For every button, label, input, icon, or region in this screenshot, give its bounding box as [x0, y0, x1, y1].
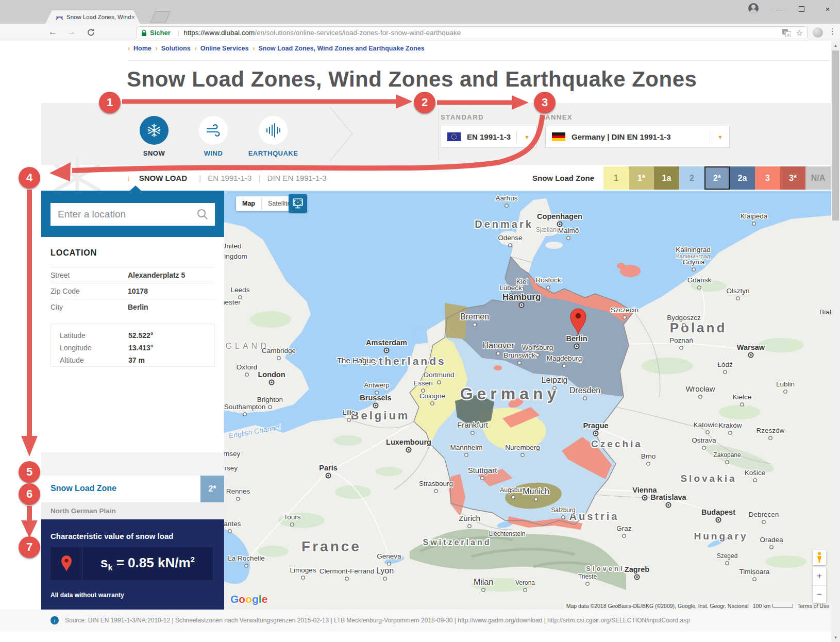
map-label: La Rochelle	[228, 554, 264, 562]
legend-zone-3[interactable]: 3	[755, 166, 780, 190]
hazard-band: SNOW WIND	[41, 103, 831, 165]
map-label: Limoges	[290, 566, 316, 574]
map-label: Aarhus	[496, 194, 518, 202]
page-scrollbar[interactable]: ▲ ▼	[831, 41, 840, 642]
map-label: Essen	[413, 379, 433, 387]
map-canvas: GermanyPolandFranceDenmarkNetherlandsBel…	[224, 191, 831, 610]
map-label: Leipzig	[542, 376, 568, 384]
translate-icon[interactable]: A a	[782, 29, 791, 37]
tab-snow[interactable]: SNOW	[126, 116, 182, 157]
google-logo-letter: G	[230, 593, 239, 605]
legend-zone-1*[interactable]: 1*	[629, 166, 654, 190]
profile-icon[interactable]	[748, 3, 759, 13]
map-city-marker	[481, 477, 484, 480]
map-city-marker	[536, 353, 539, 357]
standard-value: EN 1991-1-3	[467, 132, 511, 141]
new-tab-button[interactable]	[150, 11, 170, 23]
scale-label: 100 km	[753, 603, 770, 609]
search-icon[interactable]	[196, 208, 209, 221]
breadcrumb-item[interactable]: Snow Load Zones, Wind Zones and Earthqua…	[259, 45, 425, 52]
window-minimize-button[interactable]: —	[774, 3, 784, 14]
map-capital-dot	[667, 504, 669, 506]
map-label: Biały	[819, 308, 831, 316]
zoom-out-button[interactable]: −	[813, 586, 826, 604]
row-label: Longitude	[60, 344, 128, 352]
legend-zone-3*[interactable]: 3*	[780, 166, 805, 190]
map-city-marker	[471, 431, 474, 434]
map-label: Brunswick	[503, 351, 535, 359]
map-label: France	[301, 538, 361, 554]
location-search-panel	[41, 191, 224, 237]
map-label: Stuttgart	[468, 466, 498, 475]
map-label: Szczecin	[611, 306, 639, 314]
map-city-marker	[301, 576, 305, 579]
map-label: Magdeburg	[547, 354, 582, 362]
tab-wind[interactable]: WIND	[185, 116, 242, 157]
map-label: Malmö	[558, 227, 579, 234]
map-city-marker	[534, 498, 537, 501]
down-arrow-icon: ↓	[126, 173, 131, 183]
legend-zone-2[interactable]: 2	[679, 166, 704, 190]
scroll-down-button[interactable]: ▼	[831, 633, 840, 642]
map-label: Lille	[343, 409, 355, 416]
map-label: Slovakia	[680, 473, 736, 484]
back-button[interactable]: ←	[48, 27, 57, 37]
map-city-marker	[567, 236, 570, 240]
snow-load-zone-result-row[interactable]: Snow Load Zone 2*	[41, 476, 224, 502]
annex-dropdown[interactable]: Germany | DIN EN 1991-1-3 ▼	[545, 126, 730, 148]
window-maximize-button[interactable]	[799, 3, 804, 14]
bookmark-star-icon[interactable]: ☆	[796, 28, 803, 38]
location-heading: LOCATION	[51, 248, 97, 258]
row-label: City	[51, 303, 128, 311]
map-label: Prague	[583, 421, 608, 430]
map-label: Liechtenstein	[489, 530, 526, 537]
avatar[interactable]	[813, 27, 823, 38]
breadcrumb-item[interactable]: Online Services	[200, 45, 249, 52]
search-input[interactable]	[51, 209, 196, 220]
map-capital-dot	[327, 475, 329, 477]
window-close-button[interactable]: ×	[822, 3, 833, 14]
scroll-up-button[interactable]: ▲	[831, 41, 840, 50]
tab-earthquake[interactable]: EARTHQUAKE	[245, 116, 301, 157]
tab-strip: Snow Load Zones, Wind Z × — ×	[0, 0, 840, 24]
pegman-control[interactable]	[813, 550, 826, 565]
table-row: CityBerlin	[51, 299, 215, 315]
tab-close-icon[interactable]: ×	[131, 14, 135, 21]
map-type-map-button[interactable]: Map	[236, 200, 261, 207]
map-label: Ostrava	[692, 436, 716, 444]
url-bar[interactable]: Sicher | https://www.dlubal.com/en/solut…	[137, 26, 808, 39]
map-city-marker	[268, 406, 272, 409]
breadcrumb-item[interactable]: Home	[133, 45, 152, 52]
map-label: Gdańsk	[687, 276, 712, 284]
map-city-marker	[277, 357, 280, 360]
reload-button[interactable]	[87, 28, 96, 37]
table-row: Longitude13.413°	[60, 342, 214, 354]
standard-dropdown[interactable]: EN 1991-1-3 ▼	[441, 126, 536, 148]
disclaimer: All data without warranty	[51, 592, 124, 599]
browser-tab[interactable]: Snow Load Zones, Wind Z ×	[45, 10, 140, 24]
earthquake-icon	[265, 123, 281, 138]
legend-zone-1[interactable]: 1	[603, 166, 629, 190]
legend-zone-2*[interactable]: 2*	[704, 166, 730, 190]
scrollbar-thumb[interactable]	[832, 50, 839, 221]
map-label: Lublin	[776, 380, 795, 388]
legend-zone-2a[interactable]: 2a	[730, 166, 755, 190]
map-city-marker	[702, 446, 705, 449]
subheader-annex: DIN EN 1991-1-3	[267, 174, 327, 182]
map-city-marker	[586, 582, 589, 585]
zoom-in-button[interactable]: +	[813, 567, 826, 586]
browser-menu-icon[interactable]: ⋮	[829, 27, 836, 36]
legend-zone-1a[interactable]: 1a	[654, 166, 679, 190]
breadcrumb-item[interactable]: Solutions	[161, 45, 191, 52]
attribution-text: Map data ©2018 GeoBasis-DE/BKG (©2009), …	[566, 603, 749, 609]
map-label: Kraków	[718, 421, 742, 429]
map-label: Bratislava	[650, 493, 686, 501]
legend-zone-N/A[interactable]: N/A	[805, 166, 831, 190]
terms-link[interactable]: Terms of Use	[797, 603, 829, 609]
subheader-band: ↓ SNOW LOAD | EN 1991-1-3 | DIN EN 1991-…	[41, 165, 831, 191]
page-title: Snow Load Zones, Wind Zones and Earthqua…	[127, 67, 697, 92]
fullscreen-button[interactable]	[289, 194, 307, 213]
forward-button[interactable]: →	[67, 27, 76, 37]
google-map[interactable]: GermanyPolandFranceDenmarkNetherlandsBel…	[224, 191, 831, 610]
map-city-marker	[243, 413, 246, 416]
